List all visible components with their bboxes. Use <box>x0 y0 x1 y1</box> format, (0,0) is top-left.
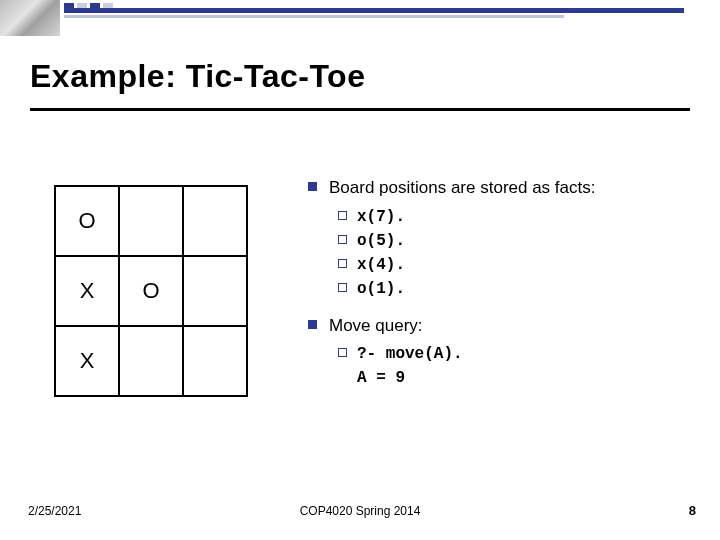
slide-title: Example: Tic-Tac-Toe <box>30 58 365 95</box>
code-text: o(1). <box>357 277 405 301</box>
bullet-level2: x(7). <box>338 205 595 229</box>
board-cell: X <box>55 326 119 396</box>
hollow-square-bullet-icon <box>338 283 347 292</box>
code-text: x(4). <box>357 253 405 277</box>
code-text: A = 9 <box>357 366 463 390</box>
title-underline <box>30 108 690 111</box>
header-bar-light <box>64 15 564 18</box>
board-cell <box>119 326 183 396</box>
bullet-level1: Move query: <box>308 313 595 339</box>
header-decoration <box>0 0 720 40</box>
bullet-level1: Board positions are stored as facts: <box>308 175 595 201</box>
board-cell: O <box>55 186 119 256</box>
footer-course: COP4020 Spring 2014 <box>0 504 720 518</box>
board-cell <box>183 186 247 256</box>
board-cell <box>183 326 247 396</box>
code-text: x(7). <box>357 205 405 229</box>
hollow-square-bullet-icon <box>338 211 347 220</box>
bullet-text: Move query: <box>329 313 423 339</box>
header-bar <box>64 8 684 13</box>
content-area: O X O X Board positions are stored as fa… <box>54 175 595 397</box>
code-text: ?- move(A). <box>357 342 463 366</box>
square-bullet-icon <box>308 182 317 191</box>
hollow-square-bullet-icon <box>338 235 347 244</box>
bullet-level2: ?- move(A). A = 9 <box>338 342 595 390</box>
bullet-text: Board positions are stored as facts: <box>329 175 595 201</box>
board-cell: O <box>119 256 183 326</box>
board-cell: X <box>55 256 119 326</box>
board-cell <box>119 186 183 256</box>
hollow-square-bullet-icon <box>338 348 347 357</box>
bullet-level2: o(5). <box>338 229 595 253</box>
code-text: o(5). <box>357 229 405 253</box>
footer-page-number: 8 <box>689 503 696 518</box>
bullet-list: Board positions are stored as facts: x(7… <box>308 175 595 397</box>
bullet-level2: o(1). <box>338 277 595 301</box>
square-bullet-icon <box>308 320 317 329</box>
hollow-square-bullet-icon <box>338 259 347 268</box>
header-photo-thumb <box>0 0 60 36</box>
bullet-level2: x(4). <box>338 253 595 277</box>
tictactoe-board: O X O X <box>54 185 248 397</box>
board-cell <box>183 256 247 326</box>
